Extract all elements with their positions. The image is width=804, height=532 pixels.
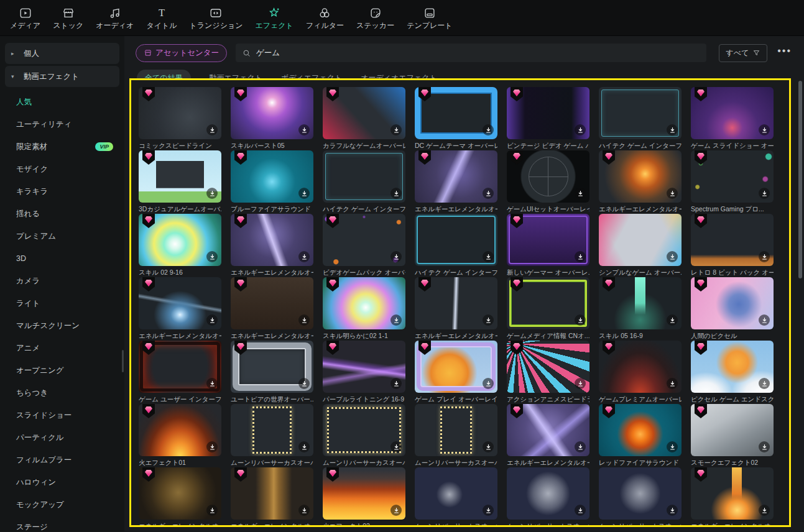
toolbar-tab-media[interactable]: メディア [4, 4, 47, 32]
download-button[interactable] [575, 188, 586, 199]
effect-card[interactable]: 3Dカジュアルゲームオーバ... [139, 150, 221, 213]
download-button[interactable] [759, 314, 770, 326]
download-button[interactable] [667, 124, 678, 135]
effect-card[interactable]: ゲームメディア情報 CNオ... [507, 277, 589, 340]
effect-card[interactable]: ゲーム スライドショー オー... [691, 87, 774, 150]
download-button[interactable] [206, 441, 218, 452]
toolbar-tab-title[interactable]: T タイトル [140, 4, 183, 32]
more-options-button[interactable]: ••• [776, 45, 795, 60]
effect-card[interactable]: コミックスピードライン [139, 87, 221, 150]
toolbar-tab-audio[interactable]: オーディオ [90, 4, 140, 32]
effect-card[interactable]: アクションアニメスピードラ... [507, 341, 589, 403]
download-button[interactable] [575, 314, 586, 326]
effect-card[interactable]: Spectrum Gaming プロ... [691, 150, 774, 213]
effect-card[interactable]: レッドファイアサラウンド [599, 404, 682, 467]
download-button[interactable] [206, 378, 218, 389]
effect-card[interactable]: エネルギーエレメンタルオー... [415, 150, 497, 213]
sidebar-item-flicker[interactable]: ちらつき [0, 382, 124, 404]
toolbar-tab-effect[interactable]: エフェクト [249, 4, 299, 32]
download-button[interactable] [759, 441, 770, 452]
download-button[interactable] [298, 505, 310, 516]
effect-card[interactable]: ハイテク ゲーム インターフ... [323, 150, 405, 213]
download-button[interactable] [759, 188, 770, 199]
results-scrollbar-thumb[interactable] [798, 81, 802, 278]
download-button[interactable] [390, 124, 402, 135]
download-button[interactable] [575, 505, 586, 516]
effect-card[interactable]: 人間のピクセル [691, 277, 774, 340]
download-button[interactable] [390, 378, 402, 389]
effect-card[interactable]: ゲーム プレイ オーバーレイ 01 [415, 341, 497, 403]
effect-card[interactable]: ユートピアの世界オーバー... [231, 341, 313, 403]
download-button[interactable] [483, 505, 494, 516]
sidebar-item-sparkle[interactable]: キラキラ [0, 180, 124, 203]
sidebar-item-stage[interactable]: ステージ [0, 516, 124, 532]
toolbar-tab-sticker[interactable]: ステッカー [350, 4, 400, 32]
effect-card[interactable]: エネルギーエレメンタルオー... [507, 404, 589, 467]
download-button[interactable] [575, 378, 586, 389]
effect-card[interactable]: スモークエフェクト02 [691, 404, 774, 467]
effect-card[interactable]: エネルギーエレメンタルオー... [139, 467, 221, 525]
effect-card[interactable]: シンプルなゲーム オーバー... [599, 214, 682, 277]
effect-card[interactable]: エネルギーエレメンタルオー... [415, 277, 497, 340]
effect-card[interactable]: スキルバースト05 [231, 87, 313, 150]
sidebar-item-mockup[interactable]: モックアップ [0, 493, 124, 516]
sidebar-group-personal[interactable]: ▸ 個人 [5, 43, 119, 64]
sidebar-scrollbar[interactable] [122, 350, 124, 372]
download-button[interactable] [390, 188, 402, 199]
toolbar-tab-filter[interactable]: フィルター [300, 4, 350, 32]
effect-card[interactable]: ゲームプレミアムオーバーレ... [599, 341, 682, 403]
sidebar-item-multiscreen[interactable]: マルチスクリーン [0, 314, 124, 337]
sidebar-item-halloween[interactable]: ハロウィン [0, 471, 124, 493]
effect-card[interactable]: レトロ 8 ビット バック オー... [691, 214, 774, 277]
effect-card[interactable]: エネルギーエレメンタルオー... [231, 277, 313, 340]
effect-card[interactable]: ムーンリバーサーカスオーバ... [231, 404, 313, 467]
download-button[interactable] [759, 378, 770, 389]
sidebar-item-opening[interactable]: オープニング [0, 359, 124, 382]
download-button[interactable] [483, 314, 494, 326]
effect-card[interactable]: ムーンリバーサーカスオーバ... [415, 467, 497, 525]
effect-card[interactable]: エネルギーエレメンタルオー... [599, 150, 682, 213]
sidebar-item-limited[interactable]: 限定素材 VIP [0, 135, 124, 158]
download-button[interactable] [206, 251, 218, 262]
download-button[interactable] [483, 188, 494, 199]
download-button[interactable] [575, 251, 586, 262]
download-button[interactable] [575, 124, 586, 135]
download-button[interactable] [206, 314, 218, 326]
effect-card[interactable]: スキル明らかに02 1-1 [323, 277, 405, 340]
download-button[interactable] [298, 188, 310, 199]
effect-card[interactable]: カラフルなゲームオーバーレ... [323, 87, 405, 150]
download-button[interactable] [575, 441, 586, 452]
effect-card[interactable]: ハイテク ゲーム インターフ... [415, 214, 497, 277]
effect-card[interactable]: ムーンリバーサーカスオーバ... [507, 467, 589, 525]
effect-card[interactable]: ブルーファイアサラウンド [231, 150, 313, 213]
effect-card[interactable]: DC ゲームテーマ オーバーレ... [415, 87, 497, 150]
effect-card[interactable]: 火エフェクト01 [139, 404, 221, 467]
download-button[interactable] [206, 124, 218, 135]
sidebar-item-popular[interactable]: 人気 [0, 91, 124, 113]
download-button[interactable] [483, 124, 494, 135]
download-button[interactable] [298, 314, 310, 326]
download-button[interactable] [667, 505, 678, 516]
filter-all-button[interactable]: すべて [719, 44, 767, 62]
effect-card[interactable]: ムーンリバーサーカスオーバ... [599, 467, 682, 525]
effect-card[interactable]: ビデオゲームパック オーバー... [323, 214, 405, 277]
download-button[interactable] [206, 505, 218, 516]
effect-card[interactable]: ムーンリバーサーカスオーバ... [415, 404, 497, 467]
download-button[interactable] [298, 251, 310, 262]
download-button[interactable] [390, 441, 402, 452]
effect-card[interactable]: ピクセル ゲーム エンドスク... [691, 341, 774, 403]
download-button[interactable] [667, 314, 678, 326]
download-button[interactable] [390, 251, 402, 262]
download-button[interactable] [483, 441, 494, 452]
download-button[interactable] [206, 188, 218, 199]
sidebar-item-mosaic[interactable]: モザイク [0, 158, 124, 180]
download-button[interactable] [667, 188, 678, 199]
sidebar-item-particle[interactable]: パーティクル [0, 426, 124, 449]
download-button[interactable] [759, 251, 770, 262]
download-button[interactable] [483, 251, 494, 262]
download-button[interactable] [667, 441, 678, 452]
download-button[interactable] [298, 441, 310, 452]
download-button[interactable] [759, 124, 770, 135]
sidebar-item-filmblur[interactable]: フィルムブラー [0, 449, 124, 471]
toolbar-tab-template[interactable]: テンプレート [400, 4, 458, 32]
